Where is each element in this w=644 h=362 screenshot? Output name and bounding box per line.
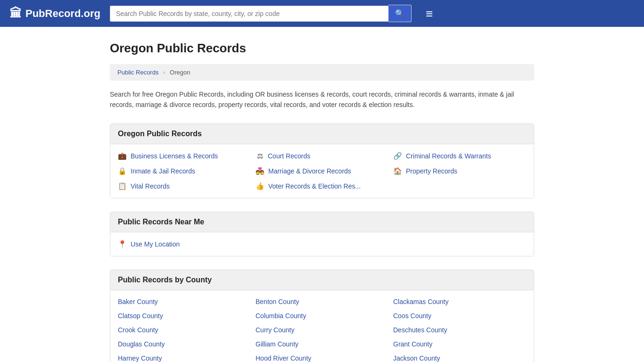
- county-item[interactable]: Coos County: [393, 312, 526, 320]
- site-logo[interactable]: 🏛 PubRecord.org: [9, 6, 100, 21]
- record-icon: 🏠: [393, 167, 402, 175]
- record-label: Voter Records & Election Res...: [268, 182, 361, 190]
- record-label: Inmate & Jail Records: [131, 167, 195, 175]
- breadcrumb-parent[interactable]: Public Records: [117, 69, 158, 76]
- search-input[interactable]: [110, 6, 388, 22]
- record-label: Vital Records: [131, 182, 170, 190]
- county-item[interactable]: Crook County: [118, 326, 251, 334]
- county-item[interactable]: Harney County: [118, 354, 251, 362]
- search-area: 🔍: [110, 5, 412, 22]
- record-icon: 📋: [118, 182, 127, 190]
- county-item[interactable]: Gilliam County: [256, 340, 388, 348]
- search-icon: 🔍: [395, 9, 405, 17]
- record-icon: 🔗: [393, 152, 402, 160]
- county-item[interactable]: Jackson County: [393, 354, 526, 362]
- records-section-body: 💼Business Licenses & Records⚖Court Recor…: [110, 144, 534, 198]
- breadcrumb-separator: ›: [163, 69, 165, 76]
- record-icon: 💑: [256, 167, 264, 175]
- record-item[interactable]: 📋Vital Records: [118, 182, 251, 190]
- county-item[interactable]: Curry County: [256, 326, 388, 334]
- logo-text: PubRecord.org: [25, 8, 100, 20]
- breadcrumb: Public Records › Oregon: [110, 64, 534, 81]
- near-me-body: 📍 Use My Location: [110, 232, 534, 256]
- record-item[interactable]: 👍Voter Records & Election Res...: [256, 182, 388, 190]
- record-item[interactable]: 🏠Property Records: [393, 167, 526, 175]
- county-item[interactable]: Clatsop County: [118, 312, 251, 320]
- county-item[interactable]: Baker County: [118, 298, 251, 305]
- main-content: Oregon Public Records Public Records › O…: [100, 27, 544, 362]
- record-icon: 👍: [256, 182, 264, 190]
- search-button[interactable]: 🔍: [388, 5, 412, 22]
- county-section-body: Baker CountyBenton CountyClackamas Count…: [110, 290, 534, 362]
- county-section: Public Records by County Baker CountyBen…: [110, 270, 534, 362]
- logo-icon: 🏛: [9, 6, 22, 21]
- record-label: Business Licenses & Records: [131, 152, 218, 160]
- near-me-section: Public Records Near Me 📍 Use My Location: [110, 212, 534, 256]
- page-title: Oregon Public Records: [110, 41, 534, 56]
- records-section: Oregon Public Records 💼Business Licenses…: [110, 123, 534, 198]
- record-item[interactable]: 💑Marriage & Divorce Records: [256, 167, 388, 175]
- county-item[interactable]: Deschutes County: [393, 326, 526, 334]
- records-grid: 💼Business Licenses & Records⚖Court Recor…: [118, 152, 526, 190]
- record-item[interactable]: 🔗Criminal Records & Warrants: [393, 152, 526, 160]
- record-icon: 💼: [118, 152, 127, 160]
- menu-button[interactable]: ≡: [426, 8, 433, 20]
- page-description: Search for free Oregon Public Records, i…: [110, 89, 534, 110]
- use-my-location-link[interactable]: 📍 Use My Location: [118, 240, 526, 248]
- near-me-heading: Public Records Near Me: [110, 212, 534, 232]
- county-grid: Baker CountyBenton CountyClackamas Count…: [118, 298, 526, 362]
- site-header: 🏛 PubRecord.org 🔍 ≡: [0, 0, 644, 27]
- county-item[interactable]: Benton County: [256, 298, 388, 305]
- county-item[interactable]: Hood River County: [256, 354, 388, 362]
- records-section-heading: Oregon Public Records: [110, 124, 534, 144]
- county-item[interactable]: Columbia County: [256, 312, 388, 320]
- county-section-heading: Public Records by County: [110, 270, 534, 290]
- county-item[interactable]: Clackamas County: [393, 298, 526, 305]
- record-item[interactable]: 💼Business Licenses & Records: [118, 152, 251, 160]
- hamburger-icon: ≡: [426, 7, 433, 21]
- record-label: Criminal Records & Warrants: [406, 152, 491, 160]
- use-my-location-label: Use My Location: [131, 240, 180, 248]
- record-icon: ⚖: [256, 152, 264, 160]
- record-label: Marriage & Divorce Records: [268, 167, 351, 175]
- record-label: Property Records: [406, 167, 457, 175]
- record-label: Court Records: [268, 152, 310, 160]
- record-icon: 🔒: [118, 167, 127, 175]
- breadcrumb-current: Oregon: [170, 69, 190, 76]
- location-icon: 📍: [118, 240, 127, 248]
- county-item[interactable]: Douglas County: [118, 340, 251, 348]
- record-item[interactable]: ⚖Court Records: [256, 152, 388, 160]
- record-item[interactable]: 🔒Inmate & Jail Records: [118, 167, 251, 175]
- county-item[interactable]: Grant County: [393, 340, 526, 348]
